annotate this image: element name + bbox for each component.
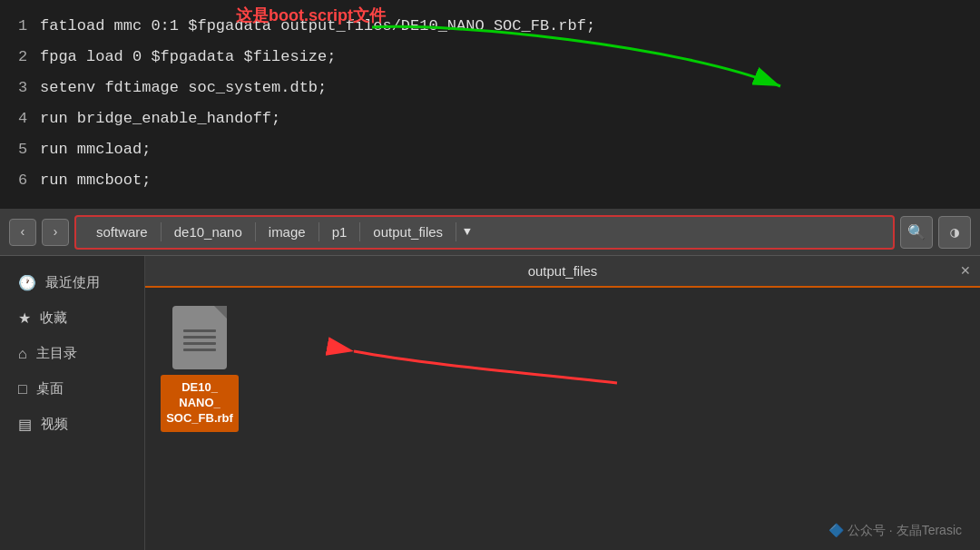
back-button[interactable]: ‹ [9, 219, 36, 246]
toolbar-right: 🔍 ◑ [900, 216, 971, 249]
search-button[interactable]: 🔍 [900, 216, 933, 249]
toolbar: ‹ › software de10_nano image p1 output_f… [0, 209, 980, 256]
sidebar-label-favorites: 收藏 [40, 309, 67, 327]
code-line-1: 1 fatload mmc 0:1 $fpgadata output_files… [18, 11, 962, 42]
breadcrumb: software de10_nano image p1 output_files… [74, 215, 895, 250]
breadcrumb-image[interactable]: image [256, 222, 319, 241]
code-line-6: 6 run mmcboot; [18, 165, 962, 196]
sidebar-label-home: 主目录 [36, 345, 77, 362]
file-icon [172, 306, 227, 369]
folder-title-bar: output_files ✕ [145, 256, 980, 288]
video-icon: ▤ [18, 416, 32, 433]
sidebar-label-recent: 最近使用 [45, 274, 100, 291]
breadcrumb-de10nano[interactable]: de10_nano [162, 222, 256, 241]
breadcrumb-dropdown-icon[interactable]: ▼ [456, 223, 478, 241]
sidebar-item-favorites[interactable]: ★ 收藏 [0, 300, 144, 336]
fm-body: 🕐 最近使用 ★ 收藏 ⌂ 主目录 □ 桌面 ▤ 视频 [0, 256, 980, 550]
file-label-line2: NANO_ [179, 396, 220, 409]
code-line-5: 5 run mmcload; [18, 134, 962, 165]
doc-line-2 [183, 336, 216, 339]
sidebar-label-videos: 视频 [41, 416, 68, 433]
breadcrumb-output-files[interactable]: output_files [360, 222, 456, 241]
file-label-line1: DE10_ [181, 380, 218, 394]
doc-line-4 [183, 349, 216, 351]
file-label: DE10_ NANO_ SOC_FB.rbf [161, 375, 239, 432]
doc-line-1 [183, 329, 216, 332]
watermark-text: 🔷 公众号 · 友晶Terasic [828, 523, 962, 537]
files-grid: DE10_ NANO_ SOC_FB.rbf [145, 288, 980, 450]
code-line-2: 2 fpga load 0 $fpgadata $filesize; [18, 42, 962, 73]
code-line-4: 4 run bridge_enable_handoff; [18, 103, 962, 134]
sidebar-item-desktop[interactable]: □ 桌面 [0, 371, 144, 407]
code-line-3: 3 setenv fdtimage soc_system.dtb; [18, 73, 962, 103]
doc-line-3 [183, 342, 216, 345]
sidebar-item-recent[interactable]: 🕐 最近使用 [0, 265, 144, 300]
sidebar-item-videos[interactable]: ▤ 视频 [0, 407, 144, 442]
watermark: 🔷 公众号 · 友晶Terasic [828, 523, 962, 539]
breadcrumb-software[interactable]: software [83, 222, 162, 241]
code-editor: 这是boot.script文件 1 fatload mmc 0:1 $fpgad… [0, 0, 980, 209]
toggle-icon: ◑ [950, 223, 959, 241]
file-item-rbf[interactable]: DE10_ NANO_ SOC_FB.rbf [163, 306, 236, 432]
star-icon: ★ [18, 309, 31, 327]
breadcrumb-p1[interactable]: p1 [319, 222, 361, 241]
sidebar: 🕐 最近使用 ★ 收藏 ⌂ 主目录 □ 桌面 ▤ 视频 [0, 256, 145, 550]
file-manager: ‹ › software de10_nano image p1 output_f… [0, 209, 980, 550]
recent-icon: 🕐 [18, 274, 36, 291]
file-content-area: output_files ✕ [145, 256, 980, 550]
folder-title: output_files [528, 263, 598, 279]
desktop-icon: □ [18, 381, 27, 398]
sidebar-label-desktop: 桌面 [36, 380, 64, 398]
close-button[interactable]: ✕ [960, 263, 971, 278]
toggle-button[interactable]: ◑ [938, 216, 971, 249]
annotation-text: 这是boot.script文件 [236, 0, 386, 31]
doc-lines [176, 317, 223, 358]
home-icon: ⌂ [18, 346, 27, 362]
sidebar-item-home[interactable]: ⌂ 主目录 [0, 336, 144, 371]
search-icon: 🔍 [907, 223, 926, 241]
forward-button[interactable]: › [42, 219, 69, 246]
file-label-line3: SOC_FB.rbf [166, 411, 233, 425]
